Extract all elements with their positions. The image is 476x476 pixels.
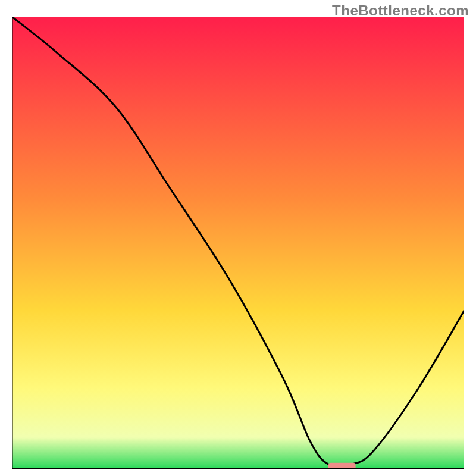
gradient-background	[12, 17, 464, 469]
optimal-marker	[328, 463, 356, 469]
bottleneck-chart	[12, 17, 464, 469]
chart-container	[12, 17, 464, 469]
